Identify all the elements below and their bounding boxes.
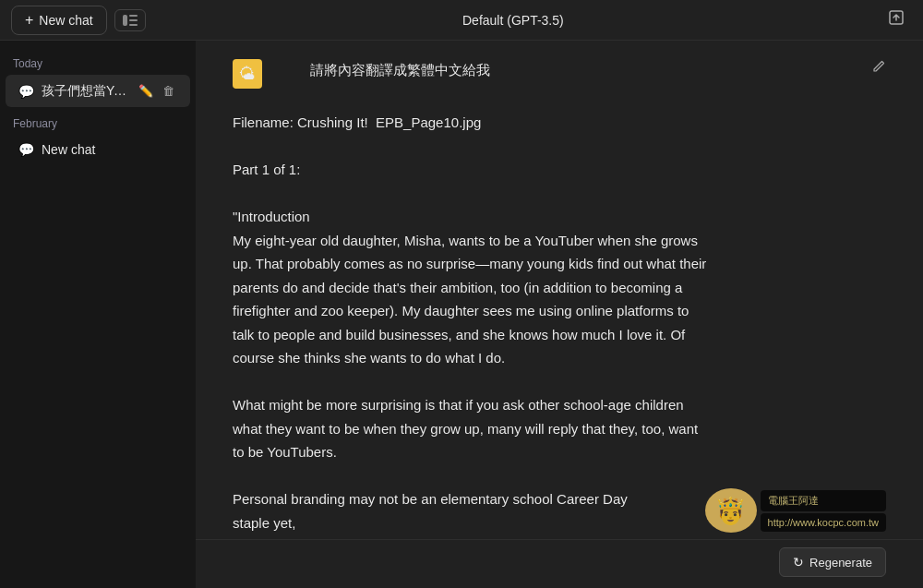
- svg-rect-3: [129, 24, 138, 26]
- user-message-text: 請將內容翻譯成繁體中文給我: [310, 59, 490, 81]
- chat-bubble-icon: 💬: [18, 84, 34, 99]
- sidebar-item-new-chat[interactable]: 💬 New chat: [6, 135, 190, 164]
- topbar-right: [881, 6, 912, 34]
- user-message-block: 🌤 請將內容翻譯成繁體中文給我: [233, 59, 886, 89]
- new-chat-label: New chat: [39, 13, 92, 28]
- sidebar-icon: [123, 15, 138, 26]
- edit-message-button[interactable]: [871, 59, 886, 78]
- february-section-label: February: [0, 108, 196, 134]
- share-icon: [888, 9, 905, 26]
- svg-rect-1: [129, 15, 138, 17]
- messages-container: 🌤 請將內容翻譯成繁體中文給我 Filename: Crushing It! E…: [196, 41, 923, 539]
- delete-icon[interactable]: 🗑: [160, 82, 177, 100]
- sidebar: Today 💬 孩子們想當YouTuber ✏️ 🗑 February 💬 Ne…: [0, 41, 196, 588]
- user-avatar: 🌤: [233, 59, 262, 89]
- sidebar-toggle-button[interactable]: [114, 9, 146, 31]
- today-section-label: Today: [0, 48, 196, 74]
- ai-message-content: Filename: Crushing It! EPB_Page10.jpg Pa…: [233, 111, 886, 539]
- new-chat-button[interactable]: + New chat: [11, 6, 107, 35]
- chat-bubble-icon-2: 💬: [18, 142, 34, 157]
- plus-icon: +: [25, 12, 33, 29]
- model-title: Default (GPT-3.5): [462, 13, 564, 28]
- item-actions: ✏️ 🗑: [136, 82, 177, 100]
- main-layout: Today 💬 孩子們想當YouTuber ✏️ 🗑 February 💬 Ne…: [0, 41, 923, 588]
- sidebar-item-label-youtuber: 孩子們想當YouTuber: [42, 83, 128, 100]
- user-message-header: 🌤 請將內容翻譯成繁體中文給我: [233, 59, 490, 89]
- regenerate-label: Regenerate: [809, 556, 872, 570]
- edit-icon[interactable]: ✏️: [136, 82, 156, 100]
- share-button[interactable]: [881, 6, 912, 34]
- sidebar-item-label-new-chat: New chat: [42, 142, 177, 157]
- content-area: 🌤 請將內容翻譯成繁體中文給我 Filename: Crushing It! E…: [196, 41, 923, 588]
- bottom-bar: ↻ Regenerate: [196, 539, 923, 588]
- sidebar-item-youtuber[interactable]: 💬 孩子們想當YouTuber ✏️ 🗑: [6, 75, 190, 107]
- topbar-left: + New chat: [11, 6, 146, 35]
- svg-rect-0: [123, 15, 127, 26]
- svg-rect-2: [129, 19, 138, 21]
- regenerate-button[interactable]: ↻ Regenerate: [779, 547, 886, 577]
- regen-icon: ↻: [793, 555, 804, 570]
- topbar: + New chat Default (GPT-3.5): [0, 0, 923, 41]
- topbar-title: Default (GPT-3.5): [146, 13, 881, 28]
- edit-pencil-icon: [871, 59, 886, 74]
- ai-message-block: Filename: Crushing It! EPB_Page10.jpg Pa…: [233, 111, 886, 539]
